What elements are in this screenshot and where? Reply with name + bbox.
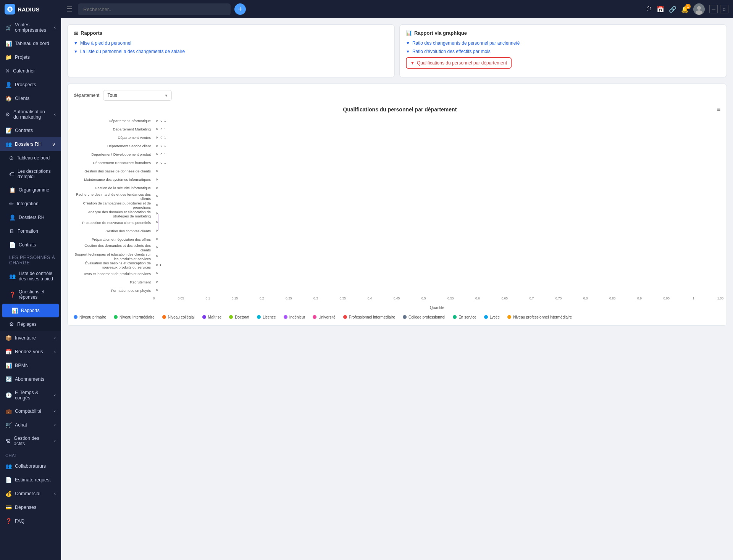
arrow-down-icon-5: ▼ [410,61,415,65]
svg-text:R: R [9,8,11,11]
sidebar-item-abonnements[interactable]: 🔄 Abonnements [0,372,61,386]
chart-row: Prospection de nouveaux clients potentie… [74,218,720,227]
sidebar-label-comptabilite: Comptabilité [15,409,41,414]
chart-row-bars: 0 [154,253,720,261]
comptabilite-icon: 💼 [5,408,12,414]
sidebar-item-commercial[interactable]: 💰 Commercial ‹ [0,487,61,500]
sidebar-item-faq[interactable]: ❓ FAQ [0,514,61,528]
chart-title: Qualifications du personnel par départem… [83,106,717,113]
achat-arrow-icon: ‹ [54,422,56,428]
sidebar-item-contrats[interactable]: 📝 Contrats [0,124,61,137]
main-content: ⚖ Rapports ▼ Mise à pied du personnel ▼ … [61,18,733,560]
sidebar-label-dossiers: Dossiers RH [15,142,42,147]
sidebar-item-automatisation[interactable]: ⚙ Automatisation du marketing ‹ [0,105,61,124]
x-axis-tick: 0.75 [555,296,562,300]
share-button[interactable]: 🔗 [669,6,676,13]
x-axis-tick: 0.65 [501,296,508,300]
sidebar-item-sub-reglages[interactable]: ⚙ Réglages [0,317,61,331]
rendez-icon: 📅 [5,349,12,355]
avatar[interactable] [693,3,705,15]
graph-icon: 📊 [406,30,412,36]
chart-row: Recherche des marchés et des tendances d… [74,192,720,201]
x-axis-tick: 0.1 [205,296,210,300]
sidebar-label-ventes: Ventes omniprésentes [15,22,51,33]
faq-icon: ❓ [5,518,12,524]
sidebar-item-sub-organigramme[interactable]: 📋 Organigramme [0,183,61,197]
inventaire-icon: 📦 [5,335,12,341]
sidebar-item-sub-questions[interactable]: ❓ Questions et réponses [0,285,61,304]
add-button[interactable]: + [234,3,246,15]
chart-row: Support techniques et éducation des clie… [74,252,720,261]
sidebar-item-comptabilite[interactable]: 💼 Comptabilité ‹ [0,404,61,418]
sidebar-item-sub-liste[interactable]: 👥 Liste de contrôle des mises à pied [0,267,61,285]
link-mise-a-pied[interactable]: ▼ Mise à pied du personnel [74,40,388,46]
bpmn-icon: 📊 [5,362,12,369]
link-ratio-changements[interactable]: ▼ Ratio des changements de personnel par… [406,40,720,46]
sidebar-item-projets[interactable]: 📁 Projets [0,50,61,64]
sidebar-item-sub-formation[interactable]: 🖥 Formation [0,224,61,238]
sidebar-item-gestion-actifs[interactable]: 🏗 Gestion des actifs ‹ [0,432,61,450]
sidebar-item-ventes[interactable]: 🛒 Ventes omniprésentes ‹ [0,18,61,37]
chart-menu-button[interactable]: ≡ [717,106,720,113]
chart-header: Qualifications du personnel par départem… [74,106,720,113]
sub-liste-icon: 👥 [9,273,16,279]
sub-rapports-label: Rapports [21,308,40,313]
x-axis-tick: 0.7 [529,296,534,300]
sidebar-label-f-temps: F. Temps & congés [15,390,51,401]
calendar-button[interactable]: 📅 [657,6,664,13]
chart-row-bars: 001 [154,125,720,134]
sidebar-item-sub-tableau[interactable]: ⊙ Tableau de bord [0,151,61,165]
chart-row-label: Département Ressources humaines [74,161,154,165]
link-qualifications[interactable]: ▼ Qualifications du personnel par départ… [406,57,512,69]
sidebar-item-collaborateurs[interactable]: 👥 Collaborateurs [0,459,61,473]
projets-icon: 📁 [5,54,12,60]
sub-reglages-label: Réglages [17,322,37,327]
achat-icon: 🛒 [5,422,12,428]
sidebar-item-achat[interactable]: 🛒 Achat ‹ [0,418,61,432]
sub-questions-label: Questions et réponses [19,289,56,300]
chart-row-bars: 001 [154,150,720,159]
sidebar-item-tableau-bord[interactable]: 📊 Tableau de bord [0,37,61,50]
sidebar-label-depenses: Dépenses [15,505,36,510]
sidebar-item-inventaire[interactable]: 📦 Inventaire ‹ [0,331,61,345]
sidebar-item-clients[interactable]: 🏠 Clients [0,92,61,105]
x-axis-tick: 0.4 [367,296,372,300]
sidebar-item-sub-integration[interactable]: ✏ Intégration [0,197,61,211]
legend-dot [507,315,511,319]
contrats-icon: 📝 [5,127,12,134]
x-axis-tick: 0.85 [609,296,616,300]
f-temps-icon: 🕐 [5,392,12,398]
sidebar-item-rendez-vous[interactable]: 📅 Rendez-vous ‹ [0,345,61,359]
filter-label: département [74,93,99,98]
search-input[interactable] [78,3,231,15]
sidebar-item-dossiers-rh[interactable]: 👥 Dossiers RH ∨ [0,137,61,151]
link-liste-personnel[interactable]: ▼ La liste du personnel a des changement… [74,49,388,54]
history-button[interactable]: ⏱ [646,6,652,13]
sidebar-item-bpmn[interactable]: 📊 BPMN [0,359,61,372]
sidebar-item-sub-rapports[interactable]: 📊 Rapports [2,304,59,317]
sidebar-item-f-temps[interactable]: 🕐 F. Temps & congés ‹ [0,386,61,404]
legend-label: Niveau collégial [168,315,195,319]
sidebar-item-sub-contrats[interactable]: 📄 Contrats [0,238,61,252]
sidebar-item-estimate[interactable]: 📄 Estimate request [0,473,61,487]
chart-row: Gestion de la sécurité informatique0 [74,184,720,192]
sidebar-item-sub-dossiers-rh[interactable]: 👤 Dossiers RH [0,211,61,224]
chart-row-bars: 0 [154,235,720,243]
sidebar-item-depenses[interactable]: 💳 Dépenses [0,500,61,514]
sidebar-item-prospects[interactable]: 👤 Prospects [0,78,61,92]
notification-button[interactable]: 🔔 1 [681,6,689,13]
x-axis: 00.050.10.150.20.250.30.350.40.450.50.55… [154,296,720,304]
chart-row-label: Préparation et négociation des offres [74,237,154,241]
minimize-button[interactable]: — [709,5,718,13]
sidebar-section-chat: Chat [0,450,61,459]
sidebar-item-calendrier[interactable]: ✕ Calendrier [0,64,61,78]
link-ratio-evolution[interactable]: ▼ Ratio d'évolution des effectifs par mo… [406,49,720,54]
chart-row-bars: 001 [154,159,720,167]
sidebar-item-sub-descriptions[interactable]: 🏷 Les descriptions d'emploi [0,165,61,183]
department-filter[interactable]: Tous [103,90,172,101]
maximize-button[interactable]: □ [720,5,728,13]
hamburger-button[interactable]: ☰ [65,3,74,15]
x-axis-tick: 0.15 [232,296,238,300]
legend-item: Niveau professionnel intermédiaire [507,315,572,319]
reports-header: ⚖ Rapports ▼ Mise à pied du personnel ▼ … [67,24,727,77]
